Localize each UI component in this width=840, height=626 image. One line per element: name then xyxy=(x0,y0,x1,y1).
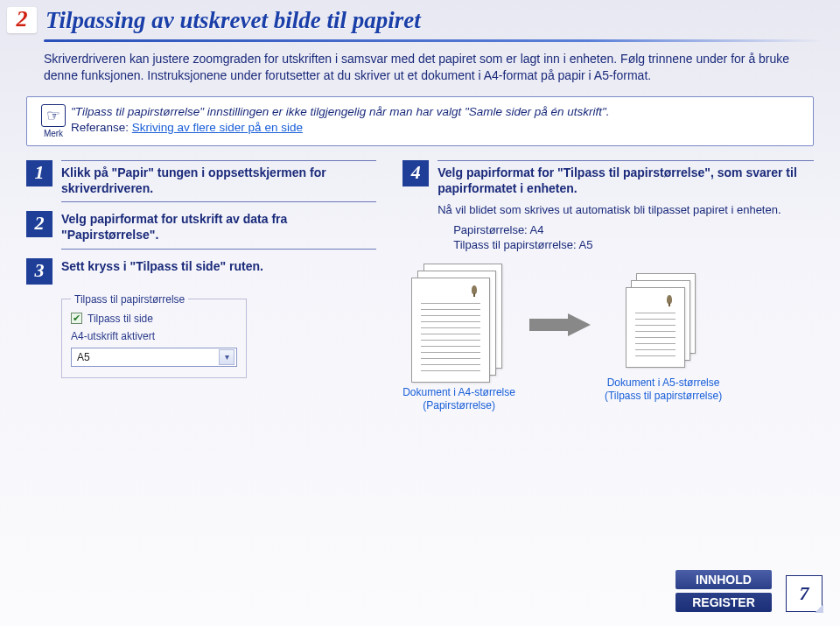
ui-status-text: A4-utskrift aktivert xyxy=(71,330,237,342)
note-ref-label: Referanse: xyxy=(71,121,129,134)
ui-fieldset: Tilpass til papirstørrelse ✔ Tilpass til… xyxy=(61,293,247,378)
checkmark-icon[interactable]: ✔ xyxy=(71,313,82,324)
step-text: Velg papirformat for utskrift av data fr… xyxy=(61,211,376,248)
step-number: 4 xyxy=(402,160,429,186)
step-number: 2 xyxy=(26,211,52,237)
step-text: Sett kryss i "Tilpass til side" ruten. xyxy=(61,258,376,279)
checkbox-label: Tilpass til side xyxy=(88,313,153,325)
step-1: 1 Klikk på "Papir" tungen i oppsettskjer… xyxy=(26,160,376,206)
innhold-button[interactable]: INNHOLD xyxy=(676,570,772,589)
step-2: 2 Velg papirformat for utskrift av data … xyxy=(26,211,376,252)
note-icon-group: ☞ Merk xyxy=(36,104,71,138)
register-button[interactable]: REGISTER xyxy=(676,593,772,612)
step-text: Klikk på "Papir" tungen i oppsettskjerme… xyxy=(61,165,376,201)
a5-page-stack xyxy=(626,273,701,376)
step-number: 1 xyxy=(26,160,52,186)
tree-icon xyxy=(662,293,677,307)
spec-line-2: Tilpass til papirstørrelse: A5 xyxy=(453,238,592,251)
paper-size-select[interactable]: A5 ▾ xyxy=(71,348,237,367)
step-3: 3 Sett kryss i "Tilpass til side" ruten. xyxy=(26,258,376,285)
step-number: 3 xyxy=(26,258,52,285)
caption-a4: Dokument i A4-størrelse (Papirstørrelse) xyxy=(402,386,515,413)
note-text: "Tilpass til papirstørrelse" innstilling… xyxy=(71,104,610,138)
intro-text: Skriverdriveren kan justere zoomgraden f… xyxy=(0,51,840,96)
note-ref-link[interactable]: Skriving av flere sider på en side xyxy=(132,121,303,134)
a4-page-stack xyxy=(411,264,508,386)
arrow-right-icon xyxy=(529,313,591,336)
tree-icon xyxy=(466,284,482,298)
select-value: A5 xyxy=(77,351,90,363)
note-label: Merk xyxy=(44,129,63,138)
right-column: 4 Velg papirformat for "Tilpass til papi… xyxy=(402,160,814,413)
title-underline xyxy=(44,39,822,42)
chevron-down-icon[interactable]: ▾ xyxy=(219,349,234,365)
fieldset-legend: Tilpass til papirstørrelse xyxy=(71,293,188,306)
left-column: 1 Klikk på "Papir" tungen i oppsettskjer… xyxy=(26,160,376,413)
step-4: 4 Velg papirformat for "Tilpass til papi… xyxy=(402,160,814,253)
spec-line-1: Papirstørrelse: A4 xyxy=(453,223,543,236)
note-box: ☞ Merk "Tilpass til papirstørrelse" inns… xyxy=(26,96,814,146)
step-text: Velg papirformat for "Tilpass til papirs… xyxy=(438,165,814,201)
diagram: Dokument i A4-størrelse (Papirstørrelse)… xyxy=(402,264,814,413)
note-body: "Tilpass til papirstørrelse" innstilling… xyxy=(71,105,610,118)
section-number: 2 xyxy=(7,7,37,33)
footer: INNHOLD REGISTER 7 xyxy=(676,570,822,612)
step-spec: Papirstørrelse: A4 Tilpass til papirstør… xyxy=(453,223,814,253)
page-title: Tilpassing av utskrevet bilde til papire… xyxy=(46,7,421,34)
page-number: 7 xyxy=(786,575,822,612)
step-subtext: Nå vil blidet som skrives ut automatisk … xyxy=(438,201,814,218)
hand-point-icon: ☞ xyxy=(41,104,66,127)
checkbox-row[interactable]: ✔ Tilpass til side xyxy=(71,313,237,325)
caption-a5: Dokument i A5-størrelse (Tilpass til pap… xyxy=(605,376,722,404)
